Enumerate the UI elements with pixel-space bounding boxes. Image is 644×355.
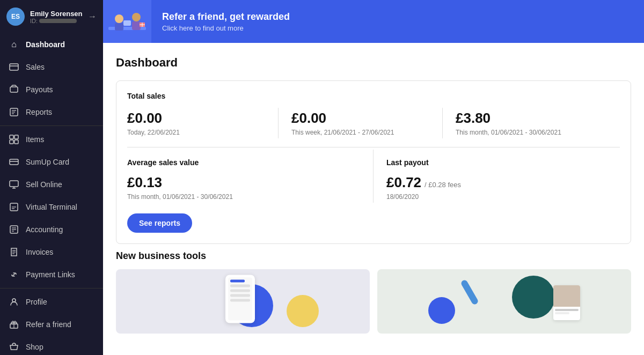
circle-yellow-decoration	[287, 295, 319, 327]
tool-card-store[interactable]	[377, 269, 631, 334]
sidebar-item-sales[interactable]: Sales	[0, 56, 103, 78]
payouts-icon	[9, 84, 19, 95]
phone-line-4	[230, 294, 250, 297]
sales-week: £0.00 This week, 21/06/2021 - 27/06/2021	[291, 108, 443, 138]
sidebar-item-payouts[interactable]: Payouts	[0, 78, 103, 101]
phone-shape	[225, 275, 255, 323]
sidebar-item-label: Profile	[26, 298, 47, 306]
gift-icon	[9, 319, 19, 330]
home-icon: ⌂	[9, 39, 19, 50]
referral-banner[interactable]: Refer a friend, get rewarded Click here …	[103, 0, 644, 43]
sidebar-item-label: Reports	[26, 108, 52, 116]
svg-rect-7	[10, 135, 13, 139]
profile-icon	[9, 297, 19, 307]
svg-rect-35	[115, 23, 123, 31]
svg-rect-38	[123, 20, 131, 26]
tool-card-inner-store	[377, 269, 631, 334]
user-name: Emily Sorensen	[30, 10, 83, 18]
payout-date: 18/06/2020	[386, 193, 620, 201]
sidebar-item-label: Shop	[26, 343, 43, 351]
sidebar-item-dashboard[interactable]: ⌂ Dashboard	[0, 33, 103, 56]
page-title: Dashboard	[116, 56, 631, 70]
today-date: Today, 22/06/2021	[127, 129, 265, 136]
sales-icon	[9, 62, 19, 72]
card-icon	[9, 157, 19, 167]
invoices-icon	[9, 247, 19, 257]
svg-point-26	[12, 299, 16, 302]
reports-icon	[9, 107, 19, 117]
sidebar-item-label: Payouts	[26, 85, 53, 94]
sidebar-item-sell-online[interactable]: Sell Online	[0, 173, 103, 196]
phone-line-2	[230, 285, 250, 287]
avg-date: This month, 01/06/2021 - 30/06/2021	[127, 193, 360, 201]
user-id-bar	[39, 19, 77, 23]
total-sales-label: Total sales	[127, 92, 620, 100]
svg-rect-2	[10, 87, 18, 92]
sidebar-item-shop[interactable]: Shop	[0, 336, 103, 355]
sales-month: £3.80 This month, 01/06/2021 - 30/06/202…	[456, 108, 620, 138]
svg-rect-8	[14, 135, 18, 139]
sidebar-item-label: Payment Links	[26, 270, 75, 279]
items-icon	[9, 134, 19, 145]
shop-icon	[9, 342, 19, 352]
svg-point-34	[115, 14, 123, 23]
sidebar-item-virtual-terminal[interactable]: Virtual Terminal	[0, 196, 103, 218]
nav-divider-2	[0, 288, 103, 289]
product-image	[553, 285, 580, 307]
avg-amount: £0.13	[127, 174, 360, 191]
last-payout-label: Last payout	[386, 158, 620, 167]
metrics-row: Average sales value £0.13 This month, 01…	[127, 150, 620, 203]
nav-divider-1	[0, 125, 103, 126]
payout-amount: £0.72	[386, 174, 421, 191]
phone-line-1	[230, 280, 245, 283]
user-info: Emily Sorensen ID:	[30, 10, 83, 24]
payout-fees: / £0.28 fees	[425, 181, 461, 189]
circle-teal-decoration	[512, 276, 555, 319]
tool-card-inner-invoices	[116, 269, 370, 334]
main-content: Refer a friend, get rewarded Click here …	[103, 0, 644, 355]
see-reports-button[interactable]: See reports	[127, 213, 192, 233]
sidebar-item-items[interactable]: Items	[0, 128, 103, 151]
week-date: This week, 21/06/2021 - 27/06/2021	[291, 129, 429, 136]
payout-amount-row: £0.72 / £0.28 fees	[386, 174, 620, 193]
sidebar-item-label: Accounting	[26, 225, 63, 234]
month-amount: £3.80	[456, 110, 620, 127]
today-amount: £0.00	[127, 110, 265, 127]
svg-rect-13	[10, 181, 18, 187]
week-amount: £0.00	[291, 110, 429, 127]
avg-sales-label: Average sales value	[127, 158, 360, 167]
sidebar: ES Emily Sorensen ID: → ⌂ Dashboard Sale…	[0, 0, 103, 355]
sidebar-item-refer-a-friend[interactable]: Refer a friend	[0, 313, 103, 336]
banner-title: Refer a friend, get rewarded	[162, 11, 290, 23]
sidebar-item-accounting[interactable]: Accounting	[0, 218, 103, 241]
sidebar-item-label: Invoices	[26, 248, 53, 256]
terminal-icon	[9, 202, 19, 212]
sidebar-item-label: Items	[26, 135, 44, 144]
phone-line-5	[230, 299, 250, 302]
svg-rect-37	[132, 21, 141, 30]
sidebar-item-profile[interactable]: Profile	[0, 291, 103, 313]
avatar: ES	[6, 8, 25, 26]
banner-text: Refer a friend, get rewarded Click here …	[151, 3, 301, 41]
svg-rect-0	[10, 64, 18, 70]
accounting-icon	[9, 224, 19, 235]
nav-menu: ⌂ Dashboard Sales Payouts Reports	[0, 33, 103, 355]
monitor-icon	[9, 179, 19, 190]
sidebar-item-label: Refer a friend	[26, 320, 71, 329]
month-date: This month, 01/06/2021 - 30/06/2021	[456, 129, 620, 136]
logout-icon[interactable]: →	[88, 12, 97, 21]
tool-card-invoices[interactable]	[116, 269, 370, 334]
sidebar-item-reports[interactable]: Reports	[0, 101, 103, 123]
sidebar-item-payment-links[interactable]: Payment Links	[0, 263, 103, 286]
svg-rect-9	[10, 140, 13, 144]
new-tools-title: New business tools	[116, 250, 631, 262]
banner-svg	[103, 0, 151, 43]
sidebar-item-sumup-card[interactable]: SumUp Card	[0, 151, 103, 173]
average-sales-cell: Average sales value £0.13 This month, 01…	[127, 150, 374, 203]
banner-subtitle: Click here to find out more	[162, 24, 290, 32]
sidebar-item-label: Virtual Terminal	[26, 203, 77, 211]
user-section: ES Emily Sorensen ID: →	[0, 0, 103, 33]
tools-grid	[116, 269, 631, 334]
phone-screen	[228, 278, 252, 321]
sidebar-item-invoices[interactable]: Invoices	[0, 241, 103, 263]
